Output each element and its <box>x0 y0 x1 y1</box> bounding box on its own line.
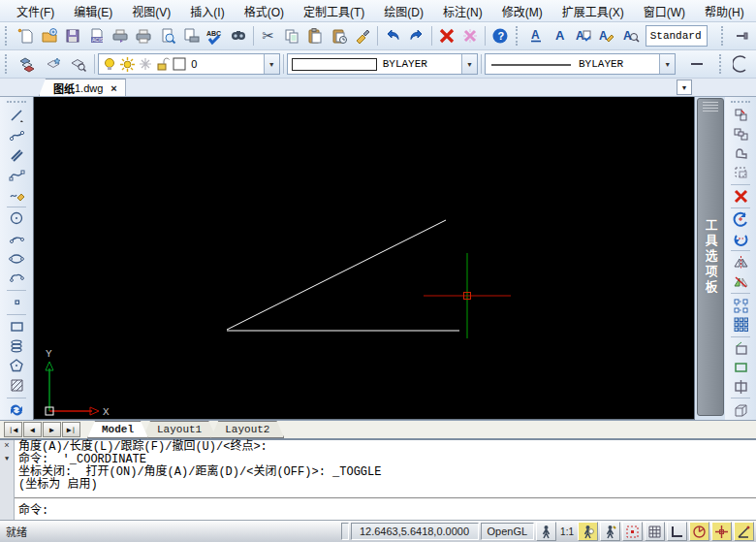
sketch-button[interactable] <box>3 184 30 204</box>
redo-button[interactable] <box>405 23 428 48</box>
ortho-toggle[interactable] <box>667 522 687 541</box>
text-style-combo[interactable]: Standard <box>646 25 709 47</box>
rotate-button[interactable] <box>727 210 754 230</box>
save-button[interactable] <box>61 23 84 48</box>
polar-toggle[interactable] <box>689 522 709 541</box>
text-edit-button[interactable]: A <box>595 23 618 48</box>
osnap-toggle[interactable] <box>711 522 732 541</box>
layer-combo[interactable]: 0 ▼ <box>98 53 280 75</box>
layer-manager-button[interactable] <box>15 51 40 77</box>
copy-button-modify[interactable] <box>727 106 754 125</box>
menu-draw[interactable]: 绘图(D) <box>375 1 432 21</box>
menu-window[interactable]: 窗口(W) <box>635 1 694 21</box>
point-button[interactable] <box>3 292 30 311</box>
tab-scroll-button[interactable]: ▼ <box>677 80 692 95</box>
new-file-button[interactable] <box>14 23 37 48</box>
menu-custom-tools[interactable]: 定制工具(T) <box>295 1 373 21</box>
help-button[interactable]: ? <box>488 23 512 48</box>
command-history-icon[interactable]: ▼ <box>5 455 9 463</box>
text-find-button[interactable]: A <box>618 23 642 48</box>
tab-prev-button[interactable]: ◀ <box>23 422 42 437</box>
single-line-text-button[interactable]: A <box>548 23 571 48</box>
render-mode-cell[interactable]: OpenGL <box>481 523 535 540</box>
erase-button-modify[interactable] <box>727 186 754 206</box>
menu-format[interactable]: 格式(O) <box>236 1 293 21</box>
linetype-combo-arrow[interactable]: ▼ <box>659 54 675 74</box>
toolbar-grip[interactable] <box>516 26 521 46</box>
layer-freeze-snowflake-icon[interactable] <box>138 56 153 72</box>
toolbar-grip[interactable] <box>5 26 11 46</box>
mirror-delete-button[interactable] <box>727 272 754 292</box>
grid-toggle[interactable] <box>645 522 665 541</box>
tab-model[interactable]: Model <box>87 421 148 438</box>
text-spell-button[interactable]: A <box>572 23 595 48</box>
toolbar-grip[interactable] <box>731 101 750 103</box>
tab-last-button[interactable]: ▶❘ <box>62 422 80 437</box>
mirror-button[interactable] <box>727 253 754 272</box>
layer-unlock-icon[interactable] <box>155 56 170 72</box>
polygon-button[interactable] <box>3 356 30 375</box>
command-close-icon[interactable]: × <box>4 442 9 451</box>
helix-button[interactable] <box>3 336 30 356</box>
menu-express-tools[interactable]: 扩展工具(X) <box>553 1 633 21</box>
erase-button[interactable] <box>435 23 458 48</box>
array-rect-button[interactable] <box>727 315 754 335</box>
layer-color-swatch[interactable] <box>173 57 186 71</box>
tab-layout2[interactable]: Layout2 <box>210 421 284 438</box>
command-input[interactable]: 命令: <box>15 497 756 520</box>
break-button[interactable] <box>727 377 754 397</box>
coordinates-readout[interactable]: 12.6463,5.6418,0.0000 <box>351 523 479 540</box>
spell-check-button[interactable]: ABC <box>203 23 226 48</box>
arc-button[interactable] <box>3 229 30 248</box>
toolbar-grip[interactable] <box>719 54 726 74</box>
document-tab-close-icon[interactable]: × <box>110 82 116 94</box>
toolbar-grip[interactable] <box>721 26 727 46</box>
rectangle-button[interactable] <box>3 317 30 336</box>
scale-button[interactable] <box>727 338 754 358</box>
text-style-button[interactable]: A <box>524 23 548 48</box>
line-button[interactable] <box>3 106 30 125</box>
toolbar-grip[interactable] <box>7 101 26 103</box>
double-line-button[interactable] <box>3 145 30 165</box>
copy-button[interactable] <box>280 23 303 48</box>
layer-combo-arrow[interactable]: ▼ <box>264 54 279 74</box>
menu-insert[interactable]: 插入(I) <box>181 1 233 21</box>
menu-help[interactable]: 帮助(H) <box>696 1 753 21</box>
undo-button[interactable] <box>381 23 404 48</box>
palette-grip[interactable] <box>703 102 718 112</box>
ducs-walk-icon[interactable] <box>536 522 556 541</box>
menu-file[interactable]: 文件(F) <box>8 1 63 21</box>
swap-arrows-button[interactable] <box>3 400 30 420</box>
menu-view[interactable]: 视图(V) <box>123 1 179 21</box>
tool-palette-bar[interactable]: 工具选项板 <box>697 98 724 416</box>
model-canvas[interactable]: YX <box>33 97 695 420</box>
tab-next-button[interactable]: ▶ <box>43 422 61 437</box>
color-combo-arrow[interactable]: ▼ <box>461 54 477 74</box>
match-properties-button[interactable] <box>351 23 374 48</box>
copy-base-button[interactable] <box>727 125 754 144</box>
command-history[interactable]: 角度(A)/长度(L)/跟踪(F)/撤回(U)/<终点>: 命令: '_COOR… <box>15 440 756 497</box>
arc-icon[interactable] <box>729 51 754 77</box>
menu-modify[interactable]: 修改(M) <box>493 1 551 21</box>
paste-button[interactable] <box>303 23 327 48</box>
scale-label[interactable]: 1:1 <box>558 526 576 537</box>
menu-edit[interactable]: 编辑(E) <box>65 1 121 21</box>
layer-states-button[interactable] <box>66 51 91 77</box>
tab-first-button[interactable]: ❘◀ <box>4 422 22 437</box>
tab-layout1[interactable]: Layout1 <box>142 421 216 438</box>
rotate-ref-button[interactable] <box>727 230 754 249</box>
menu-dimension[interactable]: 标注(N) <box>434 1 491 21</box>
export-acis-button[interactable]: ACIS <box>84 23 108 48</box>
snap-toggle[interactable] <box>622 522 643 541</box>
circle-button[interactable] <box>3 208 30 228</box>
print-preview-button[interactable] <box>155 23 178 48</box>
otrack-toggle[interactable] <box>734 522 754 541</box>
toolbar-grip[interactable] <box>5 54 12 74</box>
layer-new-button[interactable] <box>40 51 65 77</box>
open-file-button[interactable] <box>38 23 61 48</box>
page-print-button[interactable] <box>179 23 203 48</box>
rectangle-green-button[interactable] <box>727 358 754 377</box>
color-combo[interactable]: BYLAYER ▼ <box>287 53 478 75</box>
layer-on-bulb-icon[interactable] <box>102 56 117 72</box>
plot-button[interactable] <box>109 23 132 48</box>
